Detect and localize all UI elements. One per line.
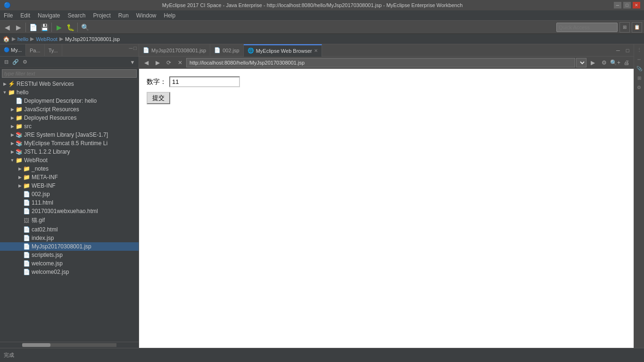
url-dropdown[interactable]	[576, 58, 586, 67]
tree-item[interactable]: ▶ 📁 _notes	[0, 165, 139, 173]
menu-file[interactable]: File	[0, 11, 17, 20]
submit-button[interactable]: 提交	[147, 92, 170, 104]
browser-stop-button[interactable]: ✕	[175, 58, 185, 68]
breadcrumb-hello[interactable]: hello	[17, 36, 28, 42]
menu-edit[interactable]: Edit	[17, 11, 34, 20]
tree-item[interactable]: ▶ 📁 WEB-INF	[0, 181, 139, 190]
tree-item[interactable]: ▶ 📁 JavaScript Resources	[0, 105, 139, 114]
tree-item[interactable]: ▼ 📁 WebRoot	[0, 156, 139, 165]
panel-menu-button[interactable]: ▼	[128, 58, 137, 66]
rs-btn-4[interactable]: ⊞	[635, 74, 644, 82]
breadcrumb-webroot[interactable]: WebRoot	[36, 36, 58, 42]
perspective-open[interactable]: 📋	[632, 22, 642, 33]
tree-item[interactable]: ▶ 📁 src	[0, 122, 139, 131]
editor-tab-myjsp[interactable]: 📄 MyJsp20170308001.jsp	[139, 44, 210, 57]
perspective-button[interactable]: ⊞	[619, 22, 630, 33]
rs-btn-3[interactable]: 📎	[635, 64, 644, 73]
tree-item[interactable]: ▼ 📁 hello	[0, 88, 139, 97]
menu-search[interactable]: Search	[64, 11, 89, 20]
browser-back-button[interactable]: ◀	[141, 58, 151, 68]
tree-item[interactable]: 📄 002.jsp	[0, 190, 139, 198]
tree-node-icon: 📄	[23, 252, 30, 258]
collapse-all-button[interactable]: ⊟	[2, 58, 10, 66]
menu-navigate[interactable]: Navigate	[34, 11, 64, 20]
tree-item[interactable]: ▶ 📁 Deployed Resources	[0, 114, 139, 122]
tree-node-label: WEB-INF	[32, 182, 56, 189]
tree-node-label: index.jsp	[32, 235, 54, 241]
browser-settings-button[interactable]: ⚙	[599, 58, 609, 68]
toolbar-forward[interactable]: ▶	[13, 22, 24, 33]
menu-run[interactable]: Run	[115, 11, 132, 20]
scroll-h-track[interactable]	[22, 343, 116, 347]
menu-project[interactable]: Project	[89, 11, 114, 20]
toolbar-save[interactable]: 💾	[39, 22, 50, 33]
browser-go-button[interactable]: ▶	[587, 58, 598, 68]
panel-tab-myeclipse[interactable]: 🔵 My...	[0, 44, 26, 56]
browser-refresh-button[interactable]: ⟳	[164, 58, 174, 68]
tree-item[interactable]: 📄 MyJsp20170308001.jsp	[0, 242, 139, 251]
002-tab-label: 002.jsp	[223, 48, 239, 53]
browser-zoom-in[interactable]: 🔍+	[610, 58, 620, 68]
browser-print[interactable]: 🖨	[621, 58, 632, 68]
tree-item[interactable]: ▶ 📚 MyEclipse Tomcat 8.5 Runtime Li	[0, 139, 139, 148]
minimize-button[interactable]: ─	[614, 2, 621, 8]
tree-item[interactable]: 📄 Deployment Descriptor: hello	[0, 97, 139, 105]
tree-node-label: JRE System Library [JavaSE-1.7]	[24, 132, 108, 138]
tree-node-label: hello	[17, 89, 28, 96]
menu-window[interactable]: Window	[132, 11, 160, 20]
tree-item[interactable]: ▶ 📚 JSTL 1.2.2 Library	[0, 148, 139, 156]
toolbar-search[interactable]: 🔍	[80, 22, 90, 33]
number-input[interactable]	[169, 76, 240, 87]
browser-tab-icon: 🌐	[248, 48, 254, 54]
tree-item[interactable]: ▶ 📁 META-INF	[0, 173, 139, 181]
rs-btn-1[interactable]: ⋮	[635, 45, 644, 54]
browser-forward-button[interactable]: ▶	[152, 58, 163, 68]
window-title: MyEclipse 2017 CI Space - Java Enterpris…	[11, 2, 614, 8]
tree-node-icon: 📁	[15, 123, 23, 130]
tree-item[interactable]: 📄 welcome.jsp	[0, 259, 139, 268]
tree-node-label: cat02.html	[32, 226, 58, 233]
tree-node-icon: 📄	[23, 243, 30, 250]
panel-maximize-icon[interactable]: □	[133, 45, 137, 55]
close-button[interactable]: ✕	[633, 2, 640, 8]
tree-item[interactable]: 📄 20170301webxuehao.html	[0, 207, 139, 215]
tree-item[interactable]: 📄 cat02.html	[0, 225, 139, 234]
url-bar[interactable]	[186, 58, 575, 67]
panel-minimize-icon[interactable]: ─	[129, 45, 133, 55]
breadcrumb-file: MyJsp20170308001.jsp	[65, 36, 120, 42]
tree-item[interactable]: 📄 welcome02.jsp	[0, 268, 139, 276]
tree-item[interactable]: 🖼 猫.gif	[0, 215, 139, 225]
filter-input[interactable]	[2, 69, 137, 78]
tree-item[interactable]: 📄 index.jsp	[0, 234, 139, 242]
editor-max-button[interactable]: □	[623, 46, 632, 55]
toolbar-run[interactable]: ▶	[54, 22, 64, 33]
panel-settings-button[interactable]: ⚙	[21, 58, 29, 66]
editor-tab-browser[interactable]: 🌐 MyEclipse Web Browser ✕	[244, 44, 322, 57]
panel-tab-type[interactable]: Ty...	[45, 44, 62, 56]
editor-tab-002[interactable]: 📄 002.jsp	[210, 44, 243, 57]
rs-btn-2[interactable]: ↔	[635, 55, 644, 63]
quick-access-input[interactable]	[556, 23, 618, 32]
tree-item[interactable]: ▶ 📚 JRE System Library [JavaSE-1.7]	[0, 131, 139, 139]
tree-item[interactable]: ▶ ⚡ RESTful Web Services	[0, 80, 139, 88]
toolbar-debug[interactable]: 🐛	[65, 22, 75, 33]
browser-tab-close[interactable]: ✕	[314, 48, 318, 53]
tree-node-icon: 📁	[23, 165, 30, 172]
status-text: 完成	[4, 352, 14, 359]
tree-item[interactable]: 📄 scriptlets.jsp	[0, 251, 139, 259]
panel-tab-package[interactable]: Pa...	[26, 44, 45, 56]
scroll-thumb-h[interactable]	[22, 343, 50, 347]
menu-help[interactable]: Help	[160, 11, 180, 20]
tree-item[interactable]: 📄 111.html	[0, 198, 139, 207]
002-tab-icon: 📄	[214, 47, 221, 53]
tree-node-icon: 📚	[15, 140, 23, 147]
editor-min-button[interactable]: ─	[614, 46, 622, 55]
maximize-button[interactable]: □	[623, 2, 631, 8]
tree-arrow: ▼	[2, 90, 8, 95]
toolbar-new[interactable]: 📄	[28, 22, 38, 33]
panel-tabs: 🔵 My... Pa... Ty... ─ □	[0, 44, 139, 57]
rs-btn-5[interactable]: ⚙	[635, 83, 644, 91]
toolbar-back[interactable]: ◀	[2, 22, 12, 33]
link-editor-button[interactable]: 🔗	[11, 58, 20, 66]
tree-node-icon: 📄	[23, 191, 30, 197]
